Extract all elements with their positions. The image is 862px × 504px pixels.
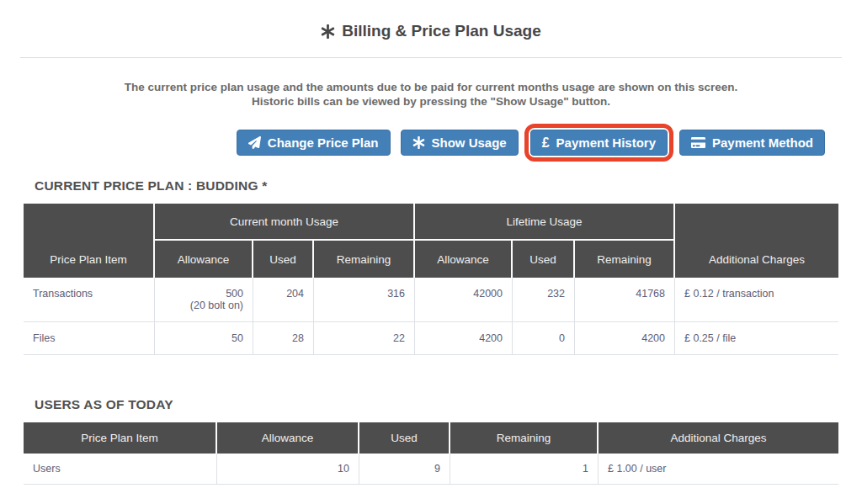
asterisk-icon bbox=[321, 24, 335, 39]
current-plan-heading: CURRENT PRICE PLAN : BUDDING * bbox=[35, 178, 862, 194]
button-label: Show Usage bbox=[432, 135, 507, 150]
cell-cm-allowance: 500 (20 bolt on) bbox=[155, 278, 253, 322]
col-header-price-plan-item: Price Plan Item bbox=[24, 422, 217, 454]
paper-plane-icon bbox=[248, 136, 261, 149]
button-label: Payment History bbox=[556, 135, 656, 150]
allowance-note: (20 bolt on) bbox=[164, 300, 243, 311]
change-price-plan-button[interactable]: Change Price Plan bbox=[237, 130, 391, 156]
cell-cm-allowance: 50 bbox=[155, 322, 253, 355]
cell-additional-charges: £ 0.25 / file bbox=[675, 322, 838, 355]
col-header-price-plan-item: Price Plan Item bbox=[24, 204, 155, 278]
payment-method-button[interactable]: Payment Method bbox=[679, 130, 825, 156]
table-row-files: Files 50 28 22 4200 0 4200 £ 0.25 / file bbox=[24, 322, 838, 355]
col-header-cm-remaining: Remaining bbox=[314, 241, 415, 278]
col-header-additional-charges: Additional Charges bbox=[599, 422, 838, 454]
cell-cm-used: 204 bbox=[253, 278, 314, 322]
page-description: The current price plan usage and the amo… bbox=[111, 80, 751, 109]
cell-lt-used: 232 bbox=[513, 278, 575, 322]
show-usage-button[interactable]: Show Usage bbox=[401, 130, 519, 156]
col-group-lifetime-usage: Lifetime Usage bbox=[415, 204, 675, 241]
cell-lt-remaining: 4200 bbox=[575, 322, 675, 355]
asterisk-icon bbox=[412, 136, 425, 149]
cell-allowance: 10 bbox=[217, 454, 359, 485]
cell-lt-remaining: 41768 bbox=[575, 278, 675, 322]
cell-item: Files bbox=[24, 322, 155, 355]
cell-item: Transactions bbox=[24, 278, 155, 322]
col-header-allowance: Allowance bbox=[217, 422, 359, 454]
cell-cm-used: 28 bbox=[253, 322, 314, 355]
table-row-users: Users 10 9 1 £ 1.00 / user bbox=[24, 454, 838, 485]
current-plan-table: Price Plan Item Current month Usage Life… bbox=[24, 204, 838, 355]
users-today-heading: USERS AS OF TODAY bbox=[35, 397, 862, 412]
cell-item: Users bbox=[24, 454, 217, 485]
allowance-value: 500 bbox=[226, 288, 243, 300]
button-label: Payment Method bbox=[712, 135, 813, 150]
page-title-text: Billing & Price Plan Usage bbox=[342, 22, 541, 40]
payment-history-button[interactable]: £ Payment History bbox=[530, 130, 668, 156]
cell-lt-allowance: 4200 bbox=[415, 322, 513, 355]
cell-used: 9 bbox=[359, 454, 450, 485]
col-header-additional-charges: Additional Charges bbox=[675, 204, 838, 278]
cell-lt-used: 0 bbox=[513, 322, 575, 355]
cell-additional-charges: £ 0.12 / transaction bbox=[675, 278, 838, 322]
col-group-current-month-usage: Current month Usage bbox=[155, 204, 415, 241]
table-row-transactions: Transactions 500 (20 bolt on) 204 316 42… bbox=[24, 278, 838, 322]
cell-cm-remaining: 22 bbox=[314, 322, 415, 355]
col-header-remaining: Remaining bbox=[450, 422, 599, 454]
col-header-used: Used bbox=[359, 422, 450, 454]
toolbar: Change Price Plan Show Usage £ Payment H… bbox=[0, 124, 825, 162]
users-table: Price Plan Item Allowance Used Remaining… bbox=[24, 422, 838, 485]
col-header-cm-used: Used bbox=[253, 241, 314, 278]
page-title: Billing & Price Plan Usage bbox=[0, 22, 862, 40]
col-header-lt-allowance: Allowance bbox=[415, 241, 513, 278]
header-divider bbox=[20, 57, 842, 58]
allowance-value: 50 bbox=[231, 332, 243, 344]
cell-cm-remaining: 316 bbox=[314, 278, 415, 322]
col-header-lt-used: Used bbox=[513, 241, 575, 278]
highlight-annotation-ring: £ Payment History bbox=[524, 124, 673, 162]
button-label: Change Price Plan bbox=[268, 135, 379, 150]
col-header-cm-allowance: Allowance bbox=[155, 241, 253, 278]
cell-lt-allowance: 42000 bbox=[415, 278, 513, 322]
col-header-lt-remaining: Remaining bbox=[575, 241, 675, 278]
cell-remaining: 1 bbox=[450, 454, 599, 485]
credit-card-icon bbox=[691, 135, 705, 150]
billing-page: Billing & Price Plan Usage The current p… bbox=[0, 22, 862, 485]
pound-icon: £ bbox=[542, 136, 550, 150]
cell-additional-charges: £ 1.00 / user bbox=[599, 454, 838, 485]
